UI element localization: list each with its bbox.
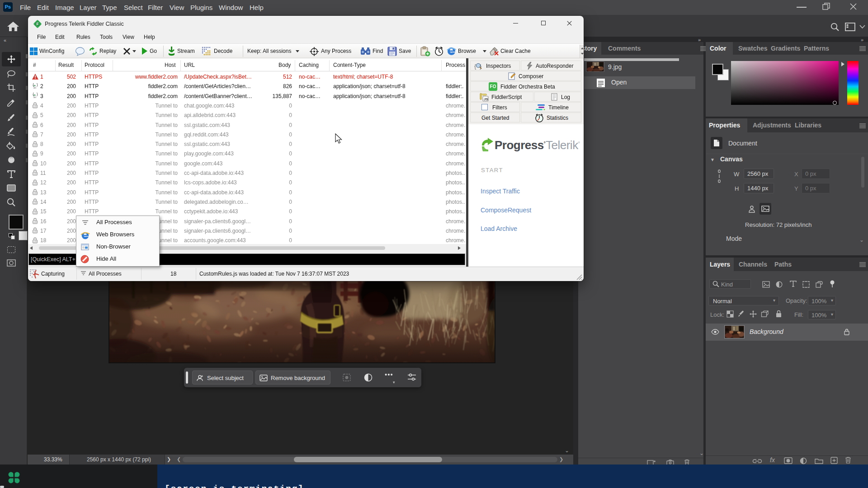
svg-text:F: F — [36, 22, 38, 26]
svg-text:JS: JS — [484, 97, 488, 101]
